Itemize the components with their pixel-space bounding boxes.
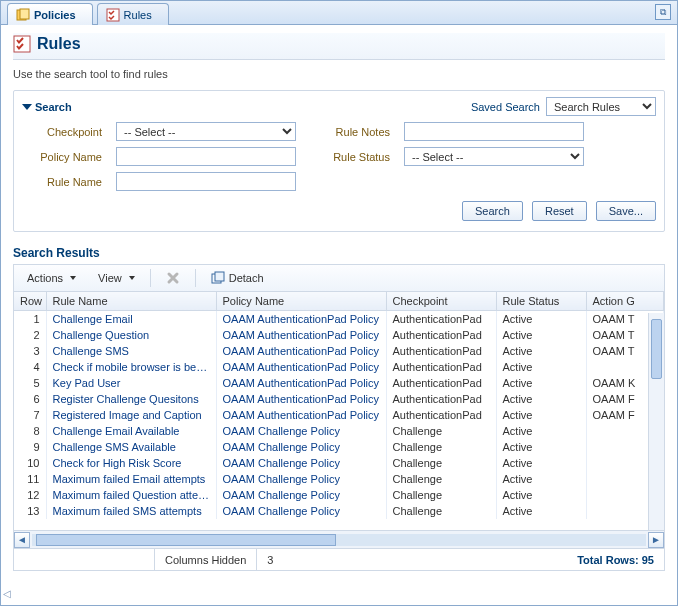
table-row[interactable]: 6Register Challenge QuesitonsOAAM Authen… (14, 391, 664, 407)
cell-policy-name[interactable]: OAAM Challenge Policy (216, 503, 386, 519)
saved-search-select[interactable]: Search Rules (546, 97, 656, 116)
cell-checkpoint: AuthenticationPad (386, 375, 496, 391)
cell-rule-status: Active (496, 359, 586, 375)
cell-row: 12 (14, 487, 46, 503)
horizontal-scrollbar[interactable]: ◄ ► (13, 531, 665, 549)
collapse-handle-icon[interactable]: ◁ (3, 588, 11, 599)
cell-policy-name[interactable]: OAAM Challenge Policy (216, 455, 386, 471)
table-row[interactable]: 10Check for High Risk ScoreOAAM Challeng… (14, 455, 664, 471)
rule-notes-input[interactable] (404, 122, 584, 141)
cell-checkpoint: AuthenticationPad (386, 327, 496, 343)
rule-name-input[interactable] (116, 172, 296, 191)
reset-button[interactable]: Reset (532, 201, 587, 221)
cell-checkpoint: AuthenticationPad (386, 407, 496, 423)
rules-icon (106, 8, 120, 22)
col-action-group[interactable]: Action G (586, 292, 664, 311)
vertical-scroll-thumb[interactable] (651, 319, 662, 379)
col-row[interactable]: Row (14, 292, 46, 311)
cell-rule-name[interactable]: Check if mobile browser is being u (46, 359, 216, 375)
cell-rule-name[interactable]: Maximum failed Email attempts (46, 471, 216, 487)
chevron-right-icon: ► (651, 535, 661, 545)
col-checkpoint[interactable]: Checkpoint (386, 292, 496, 311)
table-row[interactable]: 1Challenge EmailOAAM AuthenticationPad P… (14, 311, 664, 328)
cell-rule-name[interactable]: Maximum failed SMS attempts (46, 503, 216, 519)
cell-row: 10 (14, 455, 46, 471)
scroll-left-button[interactable]: ◄ (14, 532, 30, 548)
cell-policy-name[interactable]: OAAM AuthenticationPad Policy (216, 359, 386, 375)
cell-rule-name[interactable]: Maximum failed Question attempts (46, 487, 216, 503)
svg-rect-5 (215, 272, 224, 281)
cell-policy-name[interactable]: OAAM AuthenticationPad Policy (216, 327, 386, 343)
cell-rule-name[interactable]: Key Pad User (46, 375, 216, 391)
separator (195, 269, 196, 287)
view-menu[interactable]: View (91, 269, 142, 287)
cell-checkpoint: Challenge (386, 503, 496, 519)
cell-rule-status: Active (496, 375, 586, 391)
restore-icon[interactable]: ⧉ (655, 4, 671, 20)
total-rows: Total Rows: 95 (567, 554, 664, 566)
cell-policy-name[interactable]: OAAM Challenge Policy (216, 487, 386, 503)
cell-rule-name[interactable]: Challenge SMS (46, 343, 216, 359)
cell-policy-name[interactable]: OAAM AuthenticationPad Policy (216, 311, 386, 328)
search-button[interactable]: Search (462, 201, 523, 221)
results-toolbar: Actions View Detach (13, 264, 665, 291)
horizontal-scroll-thumb[interactable] (36, 534, 336, 546)
tab-policies[interactable]: Policies (7, 3, 93, 25)
col-policy-name[interactable]: Policy Name (216, 292, 386, 311)
cell-policy-name[interactable]: OAAM AuthenticationPad Policy (216, 343, 386, 359)
cell-rule-status: Active (496, 455, 586, 471)
search-panel-toggle[interactable]: Search (22, 101, 72, 113)
cell-rule-name[interactable]: Challenge Email (46, 311, 216, 328)
actions-menu[interactable]: Actions (20, 269, 83, 287)
cell-policy-name[interactable]: OAAM Challenge Policy (216, 439, 386, 455)
delete-button[interactable] (159, 268, 187, 288)
cell-policy-name[interactable]: OAAM Challenge Policy (216, 423, 386, 439)
rule-name-label: Rule Name (22, 176, 102, 188)
table-row[interactable]: 7Registered Image and CaptionOAAM Authen… (14, 407, 664, 423)
cell-rule-name[interactable]: Challenge Question (46, 327, 216, 343)
cell-policy-name[interactable]: OAAM AuthenticationPad Policy (216, 391, 386, 407)
saved-search-label: Saved Search (471, 101, 540, 113)
cell-rule-status: Active (496, 439, 586, 455)
table-row[interactable]: 8Challenge Email AvailableOAAM Challenge… (14, 423, 664, 439)
cell-rule-status: Active (496, 327, 586, 343)
cell-checkpoint: Challenge (386, 423, 496, 439)
cell-rule-name[interactable]: Check for High Risk Score (46, 455, 216, 471)
cell-rule-name[interactable]: Challenge SMS Available (46, 439, 216, 455)
tab-rules[interactable]: Rules (97, 3, 169, 25)
table-row[interactable]: 13Maximum failed SMS attemptsOAAM Challe… (14, 503, 664, 519)
delete-icon (166, 271, 180, 285)
cell-rule-name[interactable]: Register Challenge Quesitons (46, 391, 216, 407)
cell-row: 3 (14, 343, 46, 359)
search-panel: Search Saved Search Search Rules Checkpo… (13, 90, 665, 232)
table-row[interactable]: 2Challenge QuestionOAAM AuthenticationPa… (14, 327, 664, 343)
cell-row: 6 (14, 391, 46, 407)
col-rule-name[interactable]: Rule Name (46, 292, 216, 311)
table-row[interactable]: 11Maximum failed Email attemptsOAAM Chal… (14, 471, 664, 487)
table-row[interactable]: 12Maximum failed Question attemptsOAAM C… (14, 487, 664, 503)
cell-policy-name[interactable]: OAAM Challenge Policy (216, 471, 386, 487)
cell-rule-status: Active (496, 391, 586, 407)
results-footer: Columns Hidden 3 Total Rows: 95 (13, 549, 665, 571)
detach-button[interactable]: Detach (204, 268, 271, 288)
cell-rule-name[interactable]: Registered Image and Caption (46, 407, 216, 423)
table-row[interactable]: 5Key Pad UserOAAM AuthenticationPad Poli… (14, 375, 664, 391)
table-row[interactable]: 9Challenge SMS AvailableOAAM Challenge P… (14, 439, 664, 455)
cell-row: 9 (14, 439, 46, 455)
cell-policy-name[interactable]: OAAM AuthenticationPad Policy (216, 375, 386, 391)
detach-icon (211, 271, 225, 285)
save-button[interactable]: Save... (596, 201, 656, 221)
table-row[interactable]: 3Challenge SMSOAAM AuthenticationPad Pol… (14, 343, 664, 359)
cell-rule-name[interactable]: Challenge Email Available (46, 423, 216, 439)
hint-text: Use the search tool to find rules (13, 68, 665, 80)
vertical-scrollbar[interactable] (648, 313, 664, 530)
rule-status-select[interactable]: -- Select -- (404, 147, 584, 166)
scroll-right-button[interactable]: ► (648, 532, 664, 548)
horizontal-scroll-track[interactable] (32, 534, 646, 546)
cell-policy-name[interactable]: OAAM AuthenticationPad Policy (216, 407, 386, 423)
col-rule-status[interactable]: Rule Status (496, 292, 586, 311)
table-row[interactable]: 4Check if mobile browser is being uOAAM … (14, 359, 664, 375)
checkpoint-select[interactable]: -- Select -- (116, 122, 296, 141)
cell-rule-status: Active (496, 471, 586, 487)
policy-name-input[interactable] (116, 147, 296, 166)
